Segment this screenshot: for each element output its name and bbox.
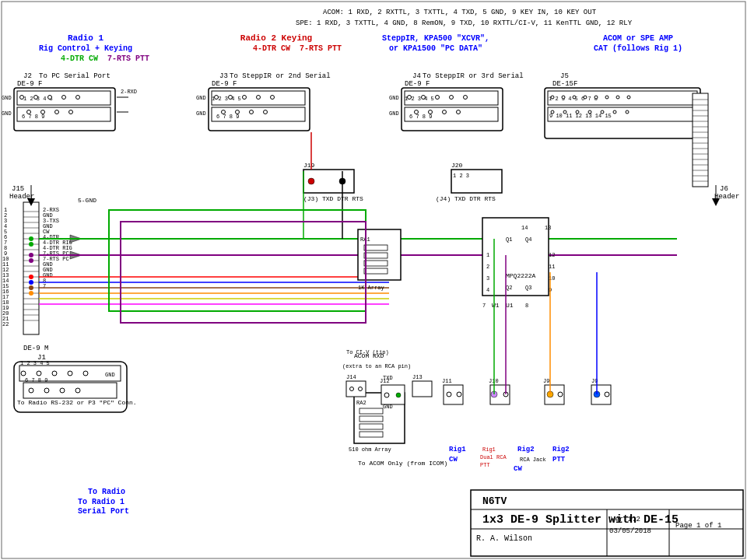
svg-text:5-GND: 5-GND (78, 197, 96, 204)
svg-rect-294 (346, 381, 366, 397)
svg-text:J13: J13 (412, 374, 423, 380)
svg-point-304 (396, 393, 401, 397)
svg-text:14: 14 (521, 225, 528, 231)
svg-text:ACOM or SPE AMP: ACOM or SPE AMP (603, 34, 673, 43)
svg-text:PTT: PTT (552, 456, 566, 464)
svg-text:Q4: Q4 (525, 236, 531, 243)
svg-text:J20: J20 (451, 162, 463, 169)
svg-text:MPQ2222A: MPQ2222A (506, 272, 536, 279)
svg-text:6  7  8  9: 6 7 8 9 (409, 114, 432, 120)
svg-text:SPE:   1 RXD, 3 TXTTL, 4 GND, : SPE: 1 RXD, 3 TXTTL, 4 GND, 8 RemON, 9 T… (296, 19, 633, 27)
svg-point-105 (613, 110, 616, 114)
svg-text:DE-9 F: DE-9 F (405, 80, 430, 88)
svg-point-214 (29, 291, 33, 296)
svg-text:ACOM:  1 RXD, 2 RXTTL, 3 TXTTL: ACOM: 1 RXD, 2 RXTTL, 3 TXTTL, 4 TXD, 5 … (323, 9, 597, 16)
svg-text:J11: J11 (442, 378, 452, 384)
svg-text:CAT (follows Rig 1): CAT (follows Rig 1) (594, 44, 682, 53)
svg-point-207 (29, 236, 33, 241)
svg-rect-242 (482, 218, 549, 296)
svg-text:11: 11 (549, 264, 555, 270)
svg-rect-123 (693, 93, 708, 187)
svg-point-296 (350, 387, 354, 391)
svg-point-39 (55, 110, 59, 114)
svg-rect-240 (364, 268, 388, 274)
svg-point-103 (588, 110, 591, 114)
svg-text:N6TV: N6TV (482, 495, 507, 507)
svg-text:13: 13 (545, 225, 551, 231)
svg-point-74 (436, 96, 440, 100)
svg-point-36 (76, 96, 80, 100)
svg-point-303 (384, 393, 389, 397)
svg-text:CW: CW (449, 456, 458, 464)
svg-text:GND: GND (196, 95, 206, 101)
svg-text:6  7  8  9: 6 7 8 9 (22, 114, 44, 120)
svg-text:7-RTS PTT: 7-RTS PTT (300, 44, 342, 53)
svg-point-309 (457, 392, 461, 397)
svg-point-92 (562, 96, 565, 99)
svg-text:DE-9 F: DE-9 F (17, 80, 42, 88)
svg-text:J3: J3 (219, 72, 228, 80)
svg-point-57 (271, 96, 275, 100)
svg-point-60 (250, 110, 254, 114)
svg-text:(extra to an RCA pin): (extra to an RCA pin) (342, 363, 411, 369)
svg-text:Ver 1.2: Ver 1.2 (611, 516, 640, 523)
svg-point-91 (551, 96, 554, 99)
svg-point-34 (48, 96, 52, 100)
svg-point-229 (308, 178, 314, 184)
svg-text:To Radio RS-232 or P3 "PC" Con: To Radio RS-232 or P3 "PC" Conn. (17, 399, 137, 406)
svg-point-55 (243, 96, 247, 100)
svg-rect-267 (359, 432, 383, 437)
svg-text:Q1: Q1 (506, 236, 512, 243)
svg-rect-274 (23, 383, 117, 398)
svg-point-283 (75, 388, 80, 393)
svg-point-96 (605, 96, 608, 99)
svg-point-104 (601, 110, 604, 114)
svg-text:J19: J19 (303, 162, 315, 169)
svg-text:22: 22 (2, 321, 9, 327)
svg-text:8: 8 (525, 303, 528, 309)
svg-point-276 (37, 371, 41, 376)
svg-text:TXD: TXD (383, 375, 393, 381)
svg-point-80 (457, 110, 461, 114)
svg-point-208 (29, 242, 33, 247)
svg-text:GND: GND (2, 110, 12, 117)
svg-text:J14: J14 (346, 374, 356, 380)
svg-text:J4: J4 (412, 72, 421, 80)
svg-point-93 (573, 96, 576, 99)
svg-point-98 (627, 96, 630, 99)
svg-text:Rig Control + Keying: Rig Control + Keying (39, 44, 132, 53)
svg-point-75 (450, 96, 454, 100)
svg-point-275 (21, 371, 26, 376)
svg-point-106 (626, 110, 629, 114)
svg-text:Q2: Q2 (506, 285, 512, 291)
svg-text:RCA Jack: RCA Jack (520, 457, 546, 463)
svg-text:Rig2: Rig2 (552, 446, 570, 453)
svg-text:GND: GND (383, 404, 393, 410)
svg-text:J2: J2 (23, 72, 32, 80)
svg-text:To SteppIR or 2nd Serial: To SteppIR or 2nd Serial (230, 72, 331, 80)
svg-text:PTT: PTT (480, 462, 490, 468)
svg-rect-238 (364, 253, 388, 258)
svg-text:To Radio: To Radio (88, 488, 125, 496)
svg-point-35 (62, 96, 66, 100)
svg-point-94 (584, 96, 587, 99)
svg-text:7-RTS PTT: 7-RTS PTT (107, 54, 149, 63)
svg-point-32 (20, 96, 24, 100)
svg-text:1  2  3: 1 2 3 (453, 173, 469, 179)
svg-text:3: 3 (486, 275, 489, 282)
svg-point-76 (464, 96, 468, 100)
svg-text:(J4) TXD DTR RTS: (J4) TXD DTR RTS (436, 195, 496, 202)
svg-text:SteppIR, KPA500 "XCVR",: SteppIR, KPA500 "XCVR", (382, 34, 489, 43)
svg-point-209 (29, 253, 33, 257)
svg-rect-144 (23, 202, 39, 334)
svg-point-321 (605, 392, 609, 397)
svg-point-282 (60, 388, 65, 393)
svg-text:GND: GND (196, 110, 206, 117)
svg-text:To SteppIR or 3rd Serial: To SteppIR or 3rd Serial (423, 72, 524, 80)
svg-point-97 (616, 96, 619, 99)
svg-point-279 (83, 371, 88, 376)
svg-text:6  7  8  9: 6 7 8 9 (25, 377, 47, 383)
svg-text:DE-9 M: DE-9 M (23, 345, 48, 352)
svg-rect-237 (364, 245, 388, 250)
svg-rect-298 (412, 381, 432, 397)
